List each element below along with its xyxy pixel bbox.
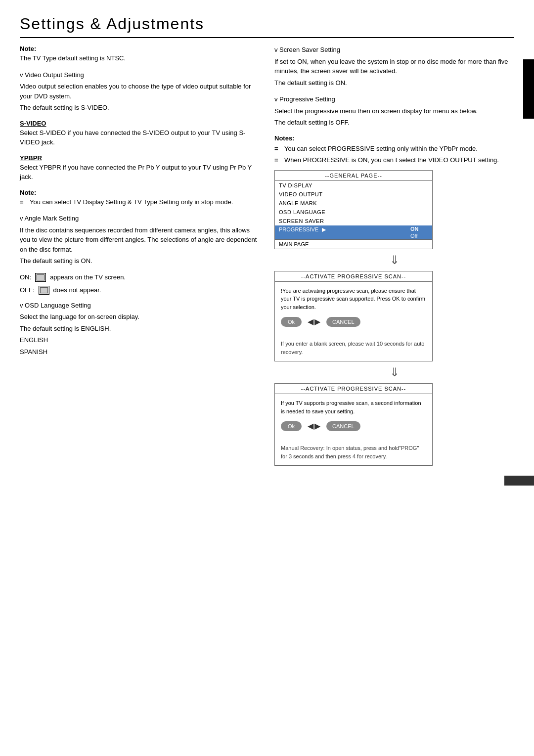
right-column: v Screen Saver Setting If set to ON, whe… — [274, 45, 514, 466]
progressive-text1: Select the progressive menu then on scre… — [274, 106, 514, 116]
note-eq2-text: When PROGRESSIVE is ON, you can t select… — [284, 155, 499, 165]
eq-symbol: = — [20, 197, 27, 207]
dialog2: --ACTIVATE PROGRESSIVE SCAN-- If you TV … — [274, 383, 433, 466]
osd-language-text2: The default setting is ENGLISH. — [20, 324, 260, 334]
menu-label-progressive: PROGRESSIVE ▶ — [275, 225, 407, 239]
note-eq2-row: = When PROGRESSIVE is ON, you can t sele… — [274, 155, 514, 165]
osd-lang2: SPANISH — [20, 347, 260, 357]
nav-left-arrow-2: ◀ — [308, 420, 313, 432]
on-label: ON: — [20, 273, 31, 281]
ypbpr-heading: YPBPR — [20, 154, 260, 162]
angle-mark-text2: The default setting is ON. — [20, 256, 260, 266]
video-output-text1: Video output selection enables you to ch… — [20, 82, 260, 101]
eq-sym-2: = — [274, 155, 281, 165]
svideo-heading: S-VIDEO — [20, 120, 260, 127]
right-tab — [523, 59, 534, 119]
off-icon-box — [39, 286, 49, 295]
screen-saver-section: v Screen Saver Setting If set to ON, whe… — [274, 45, 514, 88]
down-arrow-1: ⇓ — [390, 253, 400, 267]
svideo-text: Select S-VIDEO if you have connected the… — [20, 128, 260, 147]
screen-saver-text2: The default setting is ON. — [274, 78, 514, 88]
dialog2-footer: Manual Recovery: In open status, press a… — [275, 441, 432, 465]
dialog2-ok-button[interactable]: Ok — [281, 421, 302, 431]
osd-language-text1: Select the language for on-screen displa… — [20, 312, 260, 322]
note1-label: Note: — [20, 45, 260, 52]
dialog1-body: !You are activating progressive scan, pl… — [275, 282, 432, 337]
notes-section: Notes: = You can select PROGRESSIVE sett… — [274, 134, 514, 165]
menu-item-angle-mark: ANGLE MARK — [275, 199, 432, 208]
left-column: Note: The TV Type default setting is NTS… — [20, 45, 260, 466]
menu-option-on: ON — [410, 225, 429, 232]
menu-body: TV DISPLAY VIDEO OUTPUT ANGLE MARK OSD L… — [275, 181, 432, 239]
angle-mark-section: v Angle Mark Setting If the disc contain… — [20, 214, 260, 266]
menu-item-screen-saver: SCREEN SAVER — [275, 217, 432, 225]
down-arrow-2-container: ⇓ — [274, 365, 514, 379]
off-row: OFF: does not appear. — [20, 286, 260, 295]
dialog1-nav-arrows: ◀ ▶ — [308, 316, 320, 328]
osd-language-heading: v OSD Language Setting — [20, 301, 260, 311]
dialog1-buttons: Ok ◀ ▶ CANCEL — [281, 316, 426, 328]
dialog1-ok-button[interactable]: Ok — [281, 317, 302, 327]
nav-right-arrow-1: ▶ — [314, 316, 320, 328]
on-icon-box — [35, 273, 46, 282]
on-row: ON: appears on the TV screen. — [20, 273, 260, 282]
video-output-heading: v Video Output Setting — [20, 70, 260, 80]
note-eq1-row: = You can select PROGRESSIVE setting onl… — [274, 144, 514, 154]
eq-sym-1: = — [274, 144, 281, 154]
nav-left-arrow-1: ◀ — [308, 316, 313, 328]
down-arrow-2: ⇓ — [390, 365, 400, 379]
dialog2-header: --ACTIVATE PROGRESSIVE SCAN-- — [275, 384, 432, 394]
angle-mark-heading: v Angle Mark Setting — [20, 214, 260, 223]
nav-right-arrow-2: ▶ — [314, 420, 320, 432]
bottom-bar — [504, 476, 534, 486]
menu-item-tv-display: TV DISPLAY — [275, 181, 432, 190]
dialog1-header: --ACTIVATE PROGRESSIVE SCAN-- — [275, 271, 432, 282]
menu-item-progressive-row: PROGRESSIVE ▶ ON Off — [275, 225, 432, 239]
dialog2-nav-arrows: ◀ ▶ — [308, 420, 320, 432]
menu-arrow-progressive: ▶ — [322, 226, 326, 232]
off-label: OFF: — [20, 286, 35, 294]
menu-item-osd-language: OSD LANGUAGE — [275, 208, 432, 217]
dialog2-body: If you TV supports progressive scan, a s… — [275, 394, 432, 441]
menu-header: --GENERAL PAGE-- — [275, 171, 432, 181]
menu-option-off: Off — [410, 232, 429, 239]
ypbpr-text: Select YPBPR if you have connected the P… — [20, 163, 260, 182]
dialog1: --ACTIVATE PROGRESSIVE SCAN-- !You are a… — [274, 271, 433, 362]
note2-section: Note: = You can select TV Display Settin… — [20, 189, 260, 207]
video-output-section: v Video Output Setting Video output sele… — [20, 70, 260, 113]
note1-section: Note: The TV Type default setting is NTS… — [20, 45, 260, 63]
screen-saver-text1: If set to ON, when you leave the system … — [274, 57, 514, 76]
menu-footer: MAIN PAGE — [275, 239, 432, 249]
video-output-text2: The default setting is S-VIDEO. — [20, 103, 260, 113]
dialog2-buttons: Ok ◀ ▶ CANCEL — [281, 420, 426, 432]
angle-mark-text1: If the disc contains sequences recorded … — [20, 225, 260, 255]
note2-eq-row: = You can select TV Display Setting & TV… — [20, 197, 260, 207]
dialog1-footer: If you enter a blank screen, please wait… — [275, 337, 432, 361]
general-page-menu: --GENERAL PAGE-- TV DISPLAY VIDEO OUTPUT… — [274, 170, 433, 249]
progressive-section: v Progressive Setting Select the progres… — [274, 94, 514, 128]
note-eq1-text: You can select PROGRESSIVE setting only … — [284, 144, 478, 154]
progressive-heading: v Progressive Setting — [274, 94, 514, 104]
notes-label: Notes: — [274, 134, 514, 142]
menu-options-progressive: ON Off — [407, 225, 432, 239]
dialog2-cancel-button[interactable]: CANCEL — [326, 421, 360, 431]
screen-saver-heading: v Screen Saver Setting — [274, 45, 514, 55]
menu-item-video-output: VIDEO OUTPUT — [275, 190, 432, 199]
down-arrow-1-container: ⇓ — [274, 253, 514, 267]
osd-language-section: v OSD Language Setting Select the langua… — [20, 301, 260, 357]
dialog1-body-text: !You are activating progressive scan, pl… — [281, 287, 426, 311]
svideo-section: S-VIDEO Select S-VIDEO if you have conne… — [20, 120, 260, 147]
dialog2-body-text: If you TV supports progressive scan, a s… — [281, 399, 426, 415]
note2-label: Note: — [20, 189, 260, 196]
on-desc: appears on the TV screen. — [50, 273, 126, 281]
ypbpr-section: YPBPR Select YPBPR if you have connected… — [20, 154, 260, 182]
progressive-text2: The default setting is OFF. — [274, 118, 514, 128]
dialog1-cancel-button[interactable]: CANCEL — [326, 317, 360, 327]
off-desc: does not appear. — [53, 286, 101, 294]
page-title: Settings & Adjustments — [20, 15, 514, 38]
note2-eq-text: You can select TV Display Setting & TV T… — [30, 197, 233, 207]
osd-lang1: ENGLISH — [20, 335, 260, 345]
note1-text: The TV Type default setting is NTSC. — [20, 53, 260, 63]
